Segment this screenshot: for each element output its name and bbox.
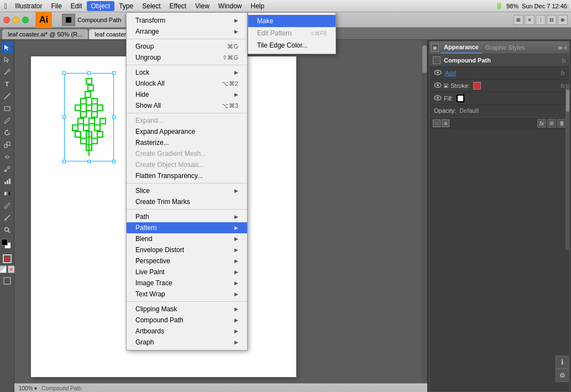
panel-menu-icon[interactable]: ≡ xyxy=(564,45,567,51)
menu-flatten[interactable]: Flatten Transparency... xyxy=(127,170,247,181)
handle-tr[interactable] xyxy=(112,71,116,75)
menu-pattern[interactable]: Pattern ▶ xyxy=(127,222,247,233)
menu-text-wrap[interactable]: Text Wrap ▶ xyxy=(127,289,247,300)
tool-eyedropper[interactable] xyxy=(2,200,13,211)
tool-direct-select[interactable] xyxy=(2,54,13,65)
settings-icon-panel[interactable]: ⚙ xyxy=(556,369,569,382)
tool-zoom[interactable] xyxy=(2,224,13,236)
stroke-fx[interactable]: fx xyxy=(560,82,565,90)
fx-icon[interactable]: fx xyxy=(562,58,566,64)
menu-expand-appearance[interactable]: Expand Appearance xyxy=(127,126,247,137)
menu-expand[interactable]: Expand... xyxy=(127,115,247,126)
menu-gradient-mesh[interactable]: Create Gradient Mesh... xyxy=(127,148,247,159)
minimize-button[interactable] xyxy=(13,17,19,23)
add-link[interactable]: Add xyxy=(445,70,456,76)
panel-icon-4[interactable]: ⊟ xyxy=(547,15,557,25)
menu-compound-path[interactable]: Compound Path ▶ xyxy=(127,315,247,326)
panel-bottom-visibility[interactable]: □ xyxy=(433,119,441,127)
tool-select[interactable] xyxy=(2,42,13,53)
tool-measure[interactable] xyxy=(2,212,13,223)
menu-object-mosaic[interactable]: Create Object Mosaic... xyxy=(127,159,247,170)
tool-column[interactable] xyxy=(2,176,13,187)
tool-blend[interactable] xyxy=(2,164,13,175)
menu-path[interactable]: Path ▶ xyxy=(127,211,247,222)
tool-scale[interactable] xyxy=(2,139,13,150)
tab-graphic-styles[interactable]: Graphic Styles xyxy=(482,42,528,53)
tab-1[interactable]: leaf coaster.ai* @ 50% (R... xyxy=(2,29,88,39)
panel-icon-5[interactable]: ⊕ xyxy=(558,15,568,25)
menu-envelope-distort[interactable]: Envelope Distort ▶ xyxy=(127,244,247,255)
menu-select[interactable]: Select xyxy=(138,1,165,11)
close-button[interactable] xyxy=(3,17,10,23)
menu-lock[interactable]: Lock ▶ xyxy=(127,67,247,78)
menu-clipping-mask[interactable]: Clipping Mask ▶ xyxy=(127,304,247,315)
fill-color-swatch[interactable] xyxy=(457,95,464,102)
panel-icon-1[interactable]: ⊞ xyxy=(514,15,523,25)
menu-help[interactable]: Help xyxy=(247,1,269,11)
menu-object[interactable]: Object xyxy=(87,1,115,11)
menu-view[interactable]: View xyxy=(191,1,214,11)
handle-bc[interactable] xyxy=(87,160,91,163)
tool-rect[interactable] xyxy=(2,103,13,114)
tab-appearance[interactable]: Appearance xyxy=(441,41,482,54)
stroke-expand-arrow[interactable]: ▶ xyxy=(444,83,448,88)
tool-brush[interactable] xyxy=(2,115,13,126)
submenu-tile-edge-color[interactable]: Tile Edge Color... xyxy=(248,39,336,51)
apple-menu[interactable]:  xyxy=(4,2,7,11)
handle-br[interactable] xyxy=(112,160,116,163)
fx-badge[interactable]: fx xyxy=(560,69,565,77)
menu-ungroup[interactable]: Ungroup ⇧⌘G xyxy=(127,52,247,63)
menu-edit[interactable]: Edit xyxy=(66,1,87,11)
menu-perspective[interactable]: Perspective ▶ xyxy=(127,255,247,266)
handle-ml[interactable] xyxy=(62,116,66,119)
menu-group[interactable]: Group ⌘G xyxy=(127,41,247,52)
panel-expand-icon[interactable]: ≫ xyxy=(557,45,563,51)
panel-collapse-icon[interactable]: ▣ xyxy=(431,44,439,51)
tool-type[interactable]: T xyxy=(2,79,13,90)
handle-bl[interactable] xyxy=(62,160,66,163)
submenu-edit-pattern[interactable]: Edit Pattern ⇧⌘F8 xyxy=(248,27,336,39)
handle-tc[interactable] xyxy=(87,71,91,75)
handle-mr[interactable] xyxy=(112,116,116,119)
handle-tl[interactable] xyxy=(62,71,66,75)
panel-icon-2[interactable]: ≡ xyxy=(525,15,535,25)
menu-illustrator[interactable]: Illustrator xyxy=(11,1,46,11)
tool-gradient[interactable] xyxy=(2,188,13,199)
tool-line[interactable] xyxy=(2,91,13,102)
menu-hide[interactable]: Hide ▶ xyxy=(127,89,247,100)
panel-scrollbar-thumb[interactable] xyxy=(566,90,569,112)
panel-add-icon[interactable]: fx xyxy=(537,119,546,128)
tool-rotate[interactable] xyxy=(2,127,13,138)
panel-new-icon[interactable]: ⊞ xyxy=(547,119,556,128)
panel-bottom-icon2[interactable]: ⊞ xyxy=(442,119,449,127)
color-swatches[interactable] xyxy=(1,239,13,251)
menu-arrange[interactable]: Arrange ▶ xyxy=(127,26,247,37)
tool-pen[interactable] xyxy=(2,66,13,77)
menu-rasterize[interactable]: Rasterize... xyxy=(127,137,247,148)
stroke-color-swatch[interactable] xyxy=(473,82,481,90)
maximize-button[interactable] xyxy=(22,17,29,23)
panel-icon-3[interactable]: ⋮ xyxy=(536,15,546,25)
menu-effect[interactable]: Effect xyxy=(165,1,191,11)
gradient-icon[interactable] xyxy=(0,265,7,273)
stroke-visibility[interactable] xyxy=(434,82,442,90)
menu-slice[interactable]: Slice ▶ xyxy=(127,185,247,196)
menu-artboards[interactable]: Artboards ▶ xyxy=(127,326,247,337)
menu-live-paint[interactable]: Live Paint ▶ xyxy=(127,266,247,278)
menu-unlock-all[interactable]: Unlock All ⌥⌘2 xyxy=(127,78,247,89)
visibility-icon[interactable] xyxy=(434,69,442,77)
info-icon-panel[interactable]: ℹ xyxy=(556,356,569,369)
menu-image-trace[interactable]: Image Trace ▶ xyxy=(127,278,247,289)
stroke-icon[interactable] xyxy=(3,254,12,263)
menu-transform[interactable]: Transform ▶ xyxy=(127,15,247,26)
menu-trim-marks[interactable]: Create Trim Marks xyxy=(127,196,247,207)
menu-graph[interactable]: Graph ▶ xyxy=(127,337,247,348)
scrollbar-thumb-vertical[interactable] xyxy=(422,45,427,73)
screen-mode-icon[interactable] xyxy=(3,276,12,287)
menu-blend[interactable]: Blend ▶ xyxy=(127,233,247,244)
tool-warp[interactable] xyxy=(2,151,13,163)
menu-show-all[interactable]: Show All ⌥⌘3 xyxy=(127,100,247,111)
fill-visibility[interactable] xyxy=(434,95,442,102)
panel-delete-icon[interactable]: 🗑 xyxy=(557,119,566,128)
fg-color[interactable] xyxy=(1,239,8,245)
